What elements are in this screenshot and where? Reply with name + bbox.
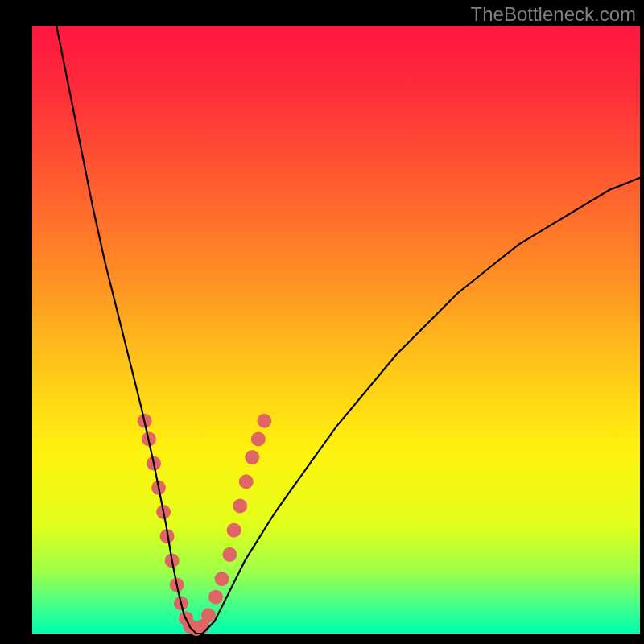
- highlight-dot: [201, 608, 216, 622]
- highlight-dot: [227, 523, 242, 538]
- highlight-dot: [208, 590, 223, 605]
- highlight-dot: [245, 450, 259, 464]
- highlight-dot: [257, 414, 271, 428]
- chart-container: TheBottleneck.com: [0, 0, 644, 644]
- highlight-dot: [215, 572, 229, 586]
- highlight-dot: [233, 498, 247, 513]
- highlight-dot: [251, 431, 266, 446]
- plot-background: [32, 26, 640, 634]
- highlight-dot: [222, 547, 237, 562]
- highlight-dot: [239, 474, 254, 489]
- chart-svg: [0, 0, 644, 644]
